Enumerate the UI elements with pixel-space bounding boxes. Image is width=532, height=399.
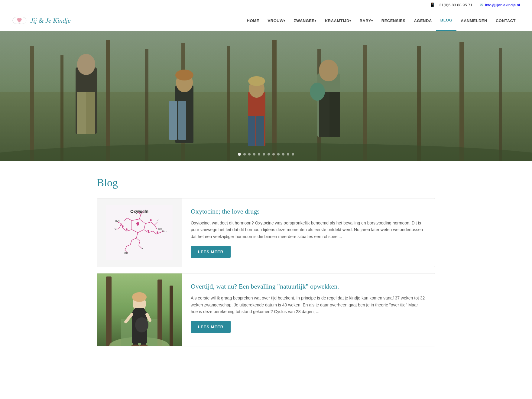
blog-post-title-1: Oxytocine; the love drugs [191,208,426,215]
slider-dot-1[interactable] [238,153,241,156]
svg-text:NH₂: NH₂ [162,230,167,233]
main-content: Blog Oxytocin [85,161,447,368]
logo[interactable]: Jij & Je Kindje [12,15,71,27]
hero-svg [0,31,532,161]
svg-text:OH: OH [124,252,128,254]
slider-dot-3[interactable] [248,153,251,155]
email-icon: ✉ [480,2,483,7]
nav-blog[interactable]: BLOG [436,10,457,31]
phone-number: +31(0)6 83 88 95 71 [437,3,472,7]
nav-kraamtijd[interactable]: KRAAMTIJD [321,10,355,31]
hero-banner [0,31,532,161]
slider-dot-5[interactable] [258,153,260,155]
blog-card-image-2 [97,273,182,346]
top-bar: 📱 +31(0)6 83 88 95 71 ✉ info@jijenjekind… [0,0,532,10]
nav-agenda[interactable]: AGENDA [410,10,436,31]
pregnancy-photo [97,273,182,346]
slider-dot-8[interactable] [272,153,275,155]
blog-page-title: Blog [97,176,435,189]
svg-text:OH: OH [144,209,148,212]
lees-meer-button-1[interactable]: LEES MEER [191,246,231,258]
svg-text:O: O [115,227,116,230]
blog-card-image-1: Oxytocin [97,198,182,267]
blog-post-excerpt-2: Als eerste wil ik graag bespreken wat ov… [191,295,426,315]
svg-text:H₂N: H₂N [115,220,120,222]
nav-vrouw[interactable]: VROUW [264,10,290,31]
nav-aanmelden[interactable]: AANMELDEN [456,10,491,31]
slider-dot-12[interactable] [292,153,294,155]
blog-post-title-2: Overtijd, wat nu? Een bevalling "natuurl… [191,283,426,290]
nav-recensies[interactable]: RECENSIES [377,10,410,31]
oxytocin-diagram: Oxytocin [106,205,173,260]
svg-text:OH: OH [158,227,162,230]
phone-contact: 📱 +31(0)6 83 88 95 71 [430,2,472,7]
phone-icon: 📱 [430,2,435,7]
slider-dots [238,153,294,156]
svg-rect-101 [97,273,182,346]
nav-contact[interactable]: CONTACT [491,10,520,31]
blog-post-excerpt-1: Oxytocine, wat doet dit hormoon? Oxytoci… [191,220,426,240]
slider-dot-2[interactable] [243,153,246,155]
blog-card-oxytocine: Oxytocin [97,198,435,267]
main-nav: HOME VROUW ZWANGER KRAAMTIJD BABY RECENS… [83,10,520,31]
blog-card-content-2: Overtijd, wat nu? Een bevalling "natuurl… [182,273,435,346]
hero-image [0,31,532,161]
slider-dot-7[interactable] [268,153,270,155]
nav-home[interactable]: HOME [243,10,264,31]
slider-dot-10[interactable] [282,153,284,155]
svg-text:O: O [141,247,143,250]
slider-dot-11[interactable] [287,153,289,155]
nav-zwanger[interactable]: ZWANGER [289,10,320,31]
svg-text:CH₃: CH₃ [136,210,141,213]
logo-icon [12,15,27,27]
logo-text: Jij & Je Kindje [30,17,71,25]
slider-dot-4[interactable] [253,153,255,155]
nav-baby[interactable]: BABY [355,10,377,31]
slider-dot-6[interactable] [263,153,265,155]
slider-dot-9[interactable] [277,153,280,155]
svg-rect-38 [0,31,532,161]
blog-card-content-1: Oxytocine; the love drugs Oxytocine, wat… [182,198,435,267]
header: Jij & Je Kindje HOME VROUW ZWANGER KRAAM… [0,10,532,31]
email-link[interactable]: info@jijenjekindje.nl [485,3,520,7]
email-contact: ✉ info@jijenjekindje.nl [480,2,520,7]
lees-meer-button-2[interactable]: LEES MEER [191,321,231,333]
blog-card-overtijd: Overtijd, wat nu? Een bevalling "natuurl… [97,273,435,346]
svg-text:O: O [157,219,159,222]
